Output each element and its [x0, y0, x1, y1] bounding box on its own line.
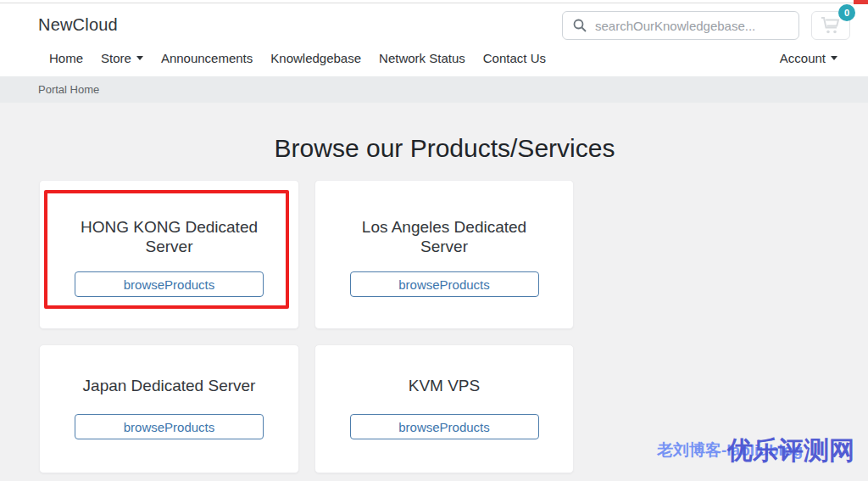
nav-account[interactable]: Account	[780, 51, 837, 65]
browse-products-button[interactable]: browseProducts	[350, 271, 539, 297]
browse-products-button[interactable]: browseProducts	[350, 414, 539, 439]
breadcrumb: Portal Home	[0, 76, 868, 103]
header: NewCloud 0 Home Store Announcements Know…	[0, 0, 868, 76]
product-group-card-kvmvps: KVM VPS browseProducts	[314, 344, 574, 473]
cart-count-badge: 0	[838, 4, 855, 21]
browse-products-button[interactable]: browseProducts	[75, 271, 264, 297]
product-group-card-losangeles: Los Angeles Dedicated Server browseProdu…	[314, 180, 574, 329]
top-divider	[0, 3, 868, 3]
card-title: Los Angeles Dedicated Server	[315, 217, 573, 256]
nav-announcements[interactable]: Announcements	[161, 51, 253, 65]
watermark-large: 优乐评测网	[727, 433, 854, 468]
nav-knowledgebase[interactable]: Knowledgebase	[270, 51, 361, 65]
main-nav: Home Store Announcements Knowledgebase N…	[49, 51, 546, 65]
card-title: HONG KONG Dedicated Server	[40, 217, 298, 256]
corner-red-artifact	[854, 0, 868, 4]
chevron-down-icon	[831, 56, 837, 60]
site-logo[interactable]: NewCloud	[38, 15, 118, 35]
breadcrumb-portal-home[interactable]: Portal Home	[38, 83, 99, 96]
nav-store[interactable]: Store	[101, 51, 143, 65]
browse-products-button[interactable]: browseProducts	[75, 414, 264, 439]
search-input[interactable]	[595, 19, 788, 33]
product-group-card-japan: Japan Dedicated Server browseProducts	[39, 344, 299, 473]
cart-button[interactable]: 0	[811, 11, 850, 40]
nav-home[interactable]: Home	[49, 51, 83, 65]
chevron-down-icon	[136, 56, 143, 60]
card-title: KVM VPS	[315, 376, 573, 395]
nav-network-status[interactable]: Network Status	[379, 51, 465, 65]
page-title: Browse our Products/Services	[39, 134, 850, 163]
knowledgebase-search[interactable]	[562, 11, 799, 40]
nav-contact-us[interactable]: Contact Us	[483, 51, 546, 65]
cart-icon	[821, 16, 841, 35]
product-group-card-hongkong: HONG KONG Dedicated Server browseProduct…	[39, 180, 299, 329]
search-icon	[573, 19, 587, 32]
card-title: Japan Dedicated Server	[40, 376, 298, 395]
